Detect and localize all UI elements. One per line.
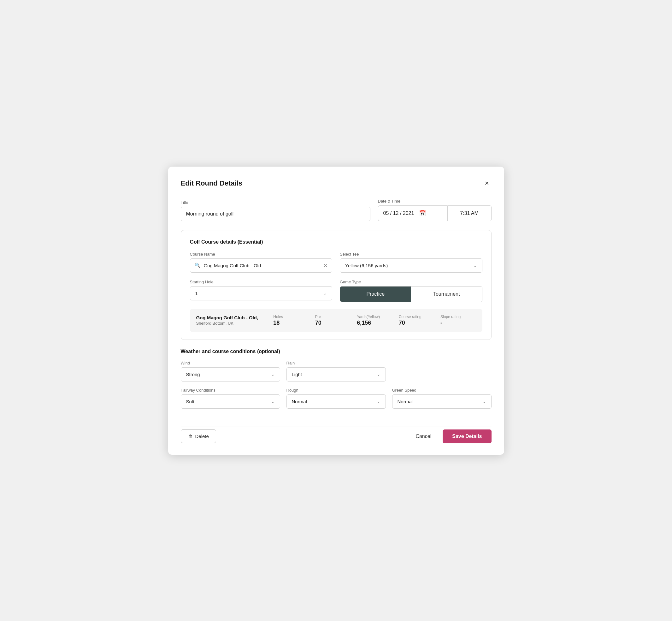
starting-hole-dropdown[interactable]: 1 ⌄ [190, 286, 333, 300]
course-stat-par: Par 70 [309, 315, 350, 326]
holes-value: 18 [273, 320, 280, 326]
course-stat-course-rating: Course rating 70 [392, 315, 434, 326]
rain-dropdown[interactable]: Light ⌄ [287, 367, 386, 381]
weather-section: Weather and course conditions (optional)… [181, 349, 492, 409]
footer-right: Cancel Save Details [411, 429, 491, 443]
golf-course-section: Golf Course details (Essential) Course N… [181, 230, 492, 340]
rough-group: Rough Normal ⌄ [287, 388, 386, 409]
par-label: Par [315, 315, 321, 319]
time-input-box[interactable]: 7:31 AM [447, 205, 492, 221]
datetime-label: Date & Time [378, 199, 492, 204]
course-name-group: Course Name 🔍 ✕ [190, 252, 333, 273]
time-value: 7:31 AM [460, 210, 478, 216]
fairway-group: Fairway Conditions Soft ⌄ [181, 388, 280, 409]
course-name-tee-row: Course Name 🔍 ✕ Select Tee Yellow (6,156… [190, 252, 482, 273]
chevron-down-icon: ⌄ [377, 372, 380, 377]
yards-value: 6,156 [357, 320, 371, 326]
course-stat-slope-rating: Slope rating - [434, 315, 476, 326]
slope-rating-label: Slope rating [440, 315, 461, 319]
hole-gametype-row: Starting Hole 1 ⌄ Game Type Practice Tou… [190, 280, 482, 302]
starting-hole-value: 1 [195, 291, 198, 296]
game-type-group: Game Type Practice Tournament [340, 280, 482, 302]
course-name-search-box[interactable]: 🔍 ✕ [190, 258, 333, 273]
select-tee-value: Yellow (6,156 yards) [345, 263, 388, 268]
datetime-field-group: Date & Time 05 / 12 / 2021 📅 7:31 AM [378, 199, 492, 221]
title-input[interactable] [181, 207, 370, 221]
wind-label: Wind [181, 361, 280, 365]
wind-rain-row: Wind Strong ⌄ Rain Light ⌄ [181, 361, 492, 381]
select-tee-group: Select Tee Yellow (6,156 yards) ⌄ [340, 252, 482, 273]
modal-header: Edit Round Details × [181, 178, 492, 189]
tournament-button[interactable]: Tournament [411, 287, 482, 302]
delete-label: Delete [195, 433, 209, 439]
date-time-row: 05 / 12 / 2021 📅 7:31 AM [378, 205, 492, 221]
rain-group: Rain Light ⌄ [287, 361, 386, 381]
course-name-input[interactable] [204, 263, 321, 268]
wind-value: Strong [186, 372, 200, 377]
title-field-group: Title [181, 200, 370, 221]
slope-rating-value: - [440, 320, 442, 326]
wind-dropdown[interactable]: Strong ⌄ [181, 367, 280, 381]
select-tee-label: Select Tee [340, 252, 482, 256]
cancel-button[interactable]: Cancel [411, 430, 436, 443]
select-tee-dropdown[interactable]: Yellow (6,156 yards) ⌄ [340, 258, 482, 273]
course-stat-holes: Holes 18 [267, 315, 308, 326]
close-button[interactable]: × [482, 178, 492, 189]
chevron-down-icon: ⌄ [271, 372, 275, 377]
yards-label: Yards(Yellow) [357, 315, 380, 319]
green-speed-value: Normal [397, 399, 413, 404]
modal-title: Edit Round Details [181, 179, 243, 188]
green-speed-dropdown[interactable]: Normal ⌄ [392, 395, 492, 409]
fairway-label: Fairway Conditions [181, 388, 280, 392]
rough-dropdown[interactable]: Normal ⌄ [287, 395, 386, 409]
edit-round-modal: Edit Round Details × Title Date & Time 0… [168, 167, 504, 455]
rough-label: Rough [287, 388, 386, 392]
fairway-dropdown[interactable]: Soft ⌄ [181, 395, 280, 409]
par-value: 70 [315, 320, 322, 326]
starting-hole-label: Starting Hole [190, 280, 333, 284]
date-value: 05 / 12 / 2021 [383, 210, 414, 216]
course-rating-label: Course rating [399, 315, 421, 319]
date-input-box[interactable]: 05 / 12 / 2021 📅 [378, 205, 447, 221]
title-date-row: Title Date & Time 05 / 12 / 2021 📅 7:31 … [181, 199, 492, 221]
weather-title: Weather and course conditions (optional) [181, 349, 492, 355]
course-info-row: Gog Magog Golf Club - Old, Shelford Bott… [190, 309, 482, 332]
search-icon: 🔍 [195, 262, 201, 268]
fairway-value: Soft [186, 399, 195, 404]
clear-icon[interactable]: ✕ [323, 262, 328, 268]
course-rating-value: 70 [399, 320, 405, 326]
practice-button[interactable]: Practice [340, 287, 411, 302]
chevron-down-icon: ⌄ [323, 291, 327, 296]
modal-footer: 🗑 Delete Cancel Save Details [181, 427, 492, 443]
holes-label: Holes [273, 315, 283, 319]
course-info-name: Gog Magog Golf Club - Old, Shelford Bott… [196, 315, 267, 326]
game-type-label: Game Type [340, 280, 482, 284]
wind-group: Wind Strong ⌄ [181, 361, 280, 381]
golf-course-title: Golf Course details (Essential) [190, 239, 482, 245]
course-info-name-bold: Gog Magog Golf Club - Old, [196, 315, 267, 320]
game-type-toggle: Practice Tournament [340, 286, 482, 302]
chevron-down-icon: ⌄ [482, 399, 486, 404]
green-speed-label: Green Speed [392, 388, 492, 392]
course-name-label: Course Name [190, 252, 333, 256]
calendar-icon: 📅 [419, 210, 426, 217]
chevron-down-icon: ⌄ [473, 263, 477, 268]
chevron-down-icon: ⌄ [271, 399, 275, 404]
rough-value: Normal [292, 399, 307, 404]
delete-button[interactable]: 🗑 Delete [181, 429, 216, 443]
footer-divider [181, 419, 492, 419]
course-info-location: Shelford Bottom, UK [196, 321, 267, 326]
rain-value: Light [292, 372, 302, 377]
green-speed-group: Green Speed Normal ⌄ [392, 388, 492, 409]
save-button[interactable]: Save Details [443, 429, 491, 443]
title-label: Title [181, 200, 370, 205]
course-stat-yards: Yards(Yellow) 6,156 [350, 315, 392, 326]
starting-hole-group: Starting Hole 1 ⌄ [190, 280, 333, 302]
trash-icon: 🗑 [188, 433, 193, 439]
rain-label: Rain [287, 361, 386, 365]
chevron-down-icon: ⌄ [377, 399, 380, 404]
fairway-rough-green-row: Fairway Conditions Soft ⌄ Rough Normal ⌄… [181, 388, 492, 409]
